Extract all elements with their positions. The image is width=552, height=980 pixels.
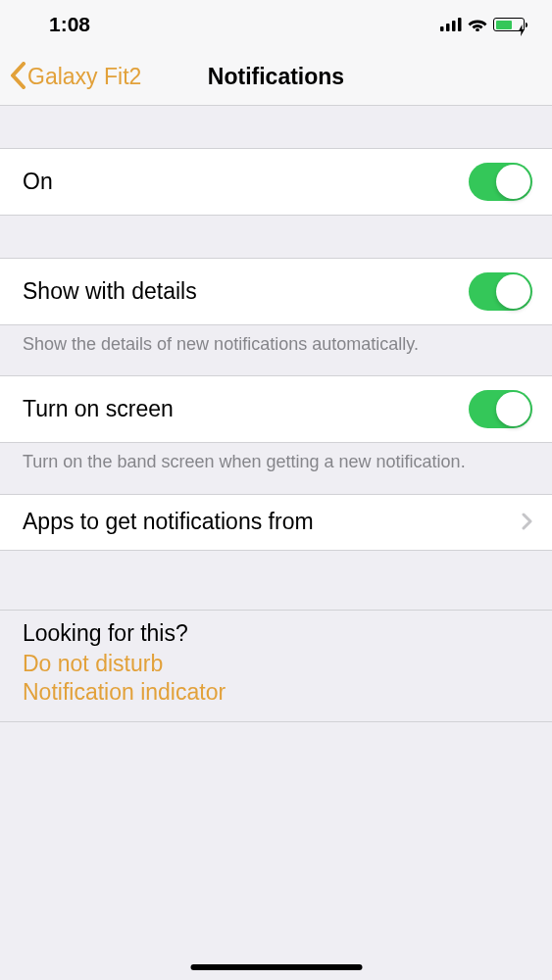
setting-footer: Show the details of new notifications au… (0, 325, 552, 375)
chevron-left-icon (10, 60, 27, 95)
toggle-on[interactable] (469, 163, 532, 201)
page-title: Notifications (208, 64, 344, 90)
status-bar: 1:08 (0, 0, 552, 49)
link-notification-indicator[interactable]: Notification indicator (23, 679, 529, 706)
svg-rect-3 (458, 18, 462, 31)
toggle-turn-on-screen[interactable] (469, 390, 532, 428)
status-time: 1:08 (49, 13, 90, 36)
back-label: Galaxy Fit2 (27, 64, 141, 90)
looking-for-section: Looking for this? Do not disturb Notific… (0, 610, 552, 722)
setting-row-on[interactable]: On (0, 148, 552, 216)
svg-rect-1 (446, 24, 450, 31)
setting-label: Show with details (23, 278, 197, 305)
back-button[interactable]: Galaxy Fit2 (0, 60, 141, 95)
toggle-show-details[interactable] (469, 272, 532, 311)
svg-point-4 (476, 28, 479, 31)
setting-row-show-details[interactable]: Show with details (0, 258, 552, 325)
setting-label: On (23, 169, 53, 195)
battery-icon (493, 18, 525, 31)
home-indicator[interactable] (190, 964, 362, 970)
link-do-not-disturb[interactable]: Do not disturb (23, 651, 529, 677)
navigation-header: Galaxy Fit2 Notifications (0, 49, 552, 106)
setting-row-turn-on-screen[interactable]: Turn on screen (0, 375, 552, 443)
setting-label: Turn on screen (23, 396, 174, 422)
chevron-right-icon (522, 509, 532, 536)
status-icons (440, 18, 525, 31)
setting-row-apps[interactable]: Apps to get notifications from (0, 494, 552, 551)
setting-label: Apps to get notifications from (23, 509, 314, 535)
svg-rect-2 (452, 21, 456, 31)
looking-for-title: Looking for this? (23, 620, 529, 647)
setting-footer: Turn on the band screen when getting a n… (0, 443, 552, 493)
cellular-signal-icon (440, 18, 462, 31)
svg-rect-0 (440, 26, 444, 31)
wifi-icon (468, 18, 487, 31)
